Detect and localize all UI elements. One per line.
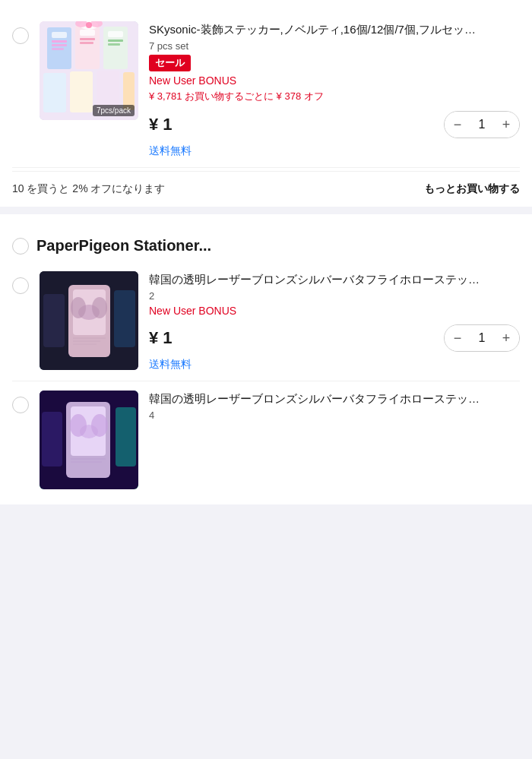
product-subtitle-sticker: 7 pcs set — [149, 40, 520, 52]
sale-badge-sticker: セール — [149, 55, 191, 71]
qty-control-sticker: − 1 + — [444, 111, 520, 138]
qty-value-butterfly1: 1 — [470, 331, 493, 345]
svg-point-37 — [70, 414, 87, 437]
free-shipping-sticker: 送料無料 — [149, 144, 520, 158]
svg-rect-42 — [116, 407, 136, 466]
product-info-butterfly2: 韓国の透明レーザーブロンズシルバーバタフライホローステッ… 4 — [149, 391, 520, 489]
butterfly1-svg — [40, 271, 138, 370]
svg-rect-9 — [80, 42, 93, 44]
product-row-butterfly2: 韓国の透明レーザーブロンズシルバーバタフライホローステッ… 4 — [12, 381, 520, 504]
qty-minus-butterfly1[interactable]: − — [445, 325, 470, 351]
svg-rect-8 — [80, 38, 95, 40]
product-info-butterfly1: 韓国の透明レーザーブロンズシルバーバタフライホローステッ… 2 New User… — [149, 271, 520, 372]
svg-rect-7 — [80, 30, 95, 36]
product-row-skysonic: 7pcs/pack SKysonic-装飾ステッカー,ノベルティ,16個/12個… — [12, 12, 520, 168]
price-row-sticker: ¥ 1 − 1 + — [149, 111, 520, 138]
section-paperpigeon: PaperPigeon Stationer... — [0, 214, 532, 504]
product-title-butterfly1: 韓国の透明レーザーブロンズシルバーバタフライホローステッ… — [149, 271, 520, 287]
product-subtitle-butterfly2: 4 — [149, 410, 520, 421]
product-title-butterfly2: 韓国の透明レーザーブロンズシルバーバタフライホローステッ… — [149, 391, 520, 406]
store-checkbox-paperpigeon[interactable] — [12, 238, 29, 255]
promo-text-sticker: 10 を買うと 2% オフになります — [12, 182, 165, 196]
promo-bar-sticker: 10 を買うと 2% オフになります もっとお買い物する — [12, 171, 520, 207]
svg-rect-15 — [70, 71, 93, 112]
svg-rect-11 — [108, 31, 123, 37]
svg-rect-12 — [108, 40, 123, 42]
svg-rect-13 — [108, 43, 120, 46]
qty-value-sticker: 1 — [470, 118, 493, 131]
discount-text-sticker: ¥ 3,781 お買い物するごとに ¥ 378 オフ — [149, 90, 520, 103]
svg-rect-5 — [52, 48, 64, 50]
svg-rect-32 — [114, 290, 135, 347]
new-user-bonus-sticker: New User BONUS — [149, 74, 520, 87]
price-butterfly1: ¥ 1 — [149, 328, 173, 348]
qty-plus-sticker[interactable]: + — [493, 112, 519, 138]
product-checkbox-1[interactable] — [12, 27, 29, 44]
qty-minus-sticker[interactable]: − — [445, 112, 470, 138]
new-user-bonus-butterfly1: New User BONUS — [149, 305, 520, 317]
product-image-badge: 7pcs/pack — [93, 105, 135, 116]
product-title-sticker: SKysonic-装飾ステッカー,ノベルティ,16個/12個/7個,フルセッ… — [149, 21, 520, 37]
qty-plus-butterfly1[interactable]: + — [493, 325, 519, 351]
product-row-butterfly1: 韓国の透明レーザーブロンズシルバーバタフライホローステッ… 2 New User… — [12, 262, 520, 381]
svg-point-21 — [86, 22, 92, 28]
promo-link-sticker[interactable]: もっとお買い物する — [424, 182, 520, 196]
product-image-butterfly2 — [40, 391, 138, 489]
svg-point-27 — [92, 297, 107, 318]
store-header-paperpigeon: PaperPigeon Stationer... — [12, 226, 520, 262]
product-checkbox-butterfly2[interactable] — [12, 397, 29, 413]
store-name-paperpigeon: PaperPigeon Stationer... — [36, 237, 211, 255]
section-skysonic: 7pcs/pack SKysonic-装飾ステッカー,ノベルティ,16個/12個… — [0, 0, 532, 207]
price-row-butterfly1: ¥ 1 − 1 + — [149, 324, 520, 352]
product-checkbox-butterfly1[interactable] — [12, 277, 29, 294]
product-subtitle-butterfly1: 2 — [149, 290, 520, 302]
product-image-sticker: 7pcs/pack — [40, 21, 138, 120]
free-shipping-butterfly1: 送料無料 — [149, 358, 520, 372]
svg-point-38 — [91, 414, 108, 437]
svg-point-26 — [71, 297, 86, 318]
product-image-butterfly1 — [40, 271, 138, 370]
butterfly2-svg — [40, 391, 138, 489]
product-info-sticker: SKysonic-装飾ステッカー,ノベルティ,16個/12個/7個,フルセッ… … — [149, 21, 520, 158]
svg-rect-4 — [52, 44, 67, 46]
svg-rect-31 — [43, 294, 65, 347]
svg-rect-3 — [52, 40, 67, 43]
svg-rect-14 — [43, 73, 66, 112]
price-sticker: ¥ 1 — [149, 115, 173, 134]
qty-control-butterfly1: − 1 + — [444, 324, 520, 352]
svg-rect-41 — [42, 412, 62, 466]
svg-rect-2 — [52, 32, 67, 38]
